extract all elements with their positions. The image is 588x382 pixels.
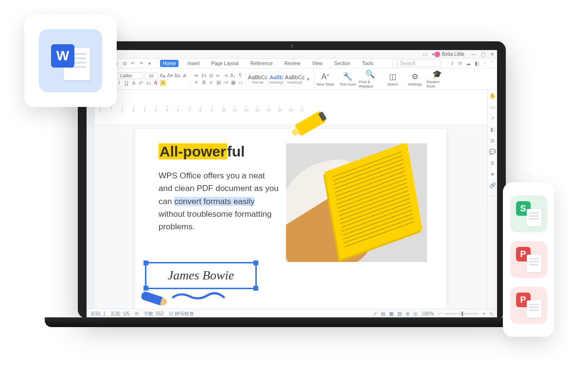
font-color-icon[interactable]: A <box>153 80 159 86</box>
tab-insert[interactable]: Insert <box>184 60 202 67</box>
tab-page-layout[interactable]: Page Layout <box>208 60 241 67</box>
align-center-icon[interactable]: ≣ <box>201 80 207 86</box>
zoom-in-button[interactable]: + <box>482 311 485 316</box>
tab-review[interactable]: Review <box>282 60 303 67</box>
fullscreen-icon[interactable]: ⤡ <box>489 311 493 316</box>
shading-icon[interactable]: ▦ <box>230 80 236 86</box>
page: All-powerful WPS Office offers you a nea… <box>135 129 446 309</box>
presentation-app-tile: P <box>510 287 547 324</box>
select-tool-icon[interactable]: ▭ <box>490 104 495 110</box>
status-page-count[interactable]: 页面: 1/5 <box>110 311 129 317</box>
view-print-icon[interactable]: ▤ <box>381 311 385 316</box>
side-more-icon[interactable]: ⋯ <box>490 193 495 200</box>
sync-icon[interactable]: ⟳ <box>458 61 462 66</box>
doc-paragraph[interactable]: WPS Office offers you a neat and clean P… <box>159 170 280 234</box>
find-replace-button[interactable]: 🔍Find & Replace <box>359 69 381 89</box>
user-chip[interactable]: Bella Little <box>434 52 464 57</box>
skin-icon[interactable]: ◧ <box>475 61 479 66</box>
tab-view[interactable]: View <box>309 60 326 67</box>
shrink-font-icon[interactable]: A▾ <box>167 73 173 79</box>
view-focus-icon[interactable]: ◎ <box>413 311 418 316</box>
align-left-icon[interactable]: ≡ <box>194 80 199 86</box>
subscript-icon[interactable]: x₂ <box>145 80 151 86</box>
comment-icon[interactable]: 💬 <box>489 149 496 155</box>
new-style-button[interactable]: AᐩNew Style <box>314 69 337 89</box>
justify-icon[interactable]: ▤ <box>215 80 221 86</box>
horizontal-ruler[interactable]: 1 1 2 3 4 5 6 7 8 9 10 11 12 13 <box>94 90 487 125</box>
nav-pane-icon[interactable]: ◧ <box>490 126 495 133</box>
student-tools-button[interactable]: 🎓Student Tools <box>426 69 448 89</box>
close-window-button[interactable]: ✕ <box>490 52 494 57</box>
search-input[interactable]: ⌕ Search <box>392 60 441 67</box>
share-icon[interactable]: ⇪ <box>450 61 454 66</box>
view-read-icon[interactable]: ⊕ <box>406 311 410 316</box>
line-spacing-icon[interactable]: ↕≡ <box>223 80 229 86</box>
collapse-ribbon-icon[interactable]: ˆ <box>492 61 493 66</box>
redo-icon[interactable]: ↷ <box>139 61 144 67</box>
style-heading2[interactable]: AaBbCcHeading2 <box>286 72 303 87</box>
arrow-tool-icon[interactable]: ↗ <box>490 115 495 122</box>
undo-icon[interactable]: ↶ <box>130 61 136 67</box>
cloud-icon[interactable]: ☁ <box>466 61 471 66</box>
style-normal[interactable]: AaBbCcNormal <box>249 72 266 87</box>
search-placeholder: Search <box>400 61 416 66</box>
pdf-app-tile: P <box>510 241 547 278</box>
strikethrough-icon[interactable]: S̶ <box>131 80 137 86</box>
minimize-button[interactable]: — <box>471 52 476 57</box>
font-size-select[interactable]: 10 <box>144 72 158 79</box>
property-icon[interactable]: ⊞ <box>490 138 495 144</box>
maximize-button[interactable]: ▢ <box>481 52 485 57</box>
indent-inc-icon[interactable]: ⇥ <box>223 73 229 79</box>
status-refresh-icon[interactable]: ⟳ <box>135 311 139 316</box>
text-tools-button[interactable]: 🔧Text tools <box>337 69 359 89</box>
link-icon[interactable]: 🔗 <box>489 182 496 189</box>
change-case-icon[interactable]: Aa <box>174 73 180 79</box>
select-button[interactable]: ◫Select <box>381 69 404 89</box>
zoom-slider[interactable] <box>445 313 479 314</box>
font-group: Calibri 10 A▴ A▾ Aa A̷ B I U S̶ x² x₂ <box>106 69 191 89</box>
view-web-icon[interactable]: ▥ <box>397 311 402 316</box>
zoom-out-button[interactable]: − <box>438 311 441 316</box>
bookmark-icon[interactable]: ★ <box>490 171 495 177</box>
sort-icon[interactable]: A↓ <box>230 73 236 79</box>
styles-more-icon[interactable]: ▾ <box>305 76 311 82</box>
multilevel-icon[interactable]: ⊟ <box>208 73 214 79</box>
bullets-icon[interactable]: •≡ <box>194 73 199 79</box>
document-canvas[interactable]: All-powerful WPS Office offers you a nea… <box>94 125 487 309</box>
italic-icon[interactable]: I <box>116 80 122 86</box>
show-marks-icon[interactable]: ¶ <box>237 73 243 79</box>
grow-font-icon[interactable]: A▴ <box>160 73 165 79</box>
settings-button[interactable]: ⚙Settings <box>404 69 426 89</box>
qat-more-icon[interactable]: ▾ <box>147 61 152 67</box>
status-page-number[interactable]: 页码: 1 <box>90 311 106 317</box>
align-right-icon[interactable]: ≡ <box>208 80 214 86</box>
borders-icon[interactable]: ▭ <box>237 80 243 86</box>
document-icon <box>527 255 541 272</box>
highlight-icon[interactable]: A <box>160 80 166 86</box>
zoom-value[interactable]: 100% <box>422 311 434 316</box>
writer-app-tile: W <box>39 29 102 92</box>
underline-icon[interactable]: U <box>124 80 129 86</box>
signature-text[interactable]: James Bowie <box>146 263 255 288</box>
superscript-icon[interactable]: x² <box>138 80 144 86</box>
style-heading1[interactable]: AaBbHeading1 <box>268 72 285 87</box>
hand-tool-icon[interactable]: ✋ <box>489 93 496 99</box>
tab-section[interactable]: Section <box>331 60 353 67</box>
tab-tools[interactable]: Tools <box>359 60 376 67</box>
signature-textbox[interactable]: James Bowie <box>145 262 257 289</box>
indent-dec-icon[interactable]: ⇤ <box>215 73 221 79</box>
view-outline-icon[interactable]: ▦ <box>389 311 393 316</box>
inline-image[interactable] <box>286 143 427 262</box>
status-word-count[interactable]: 字数: 552 <box>143 311 164 317</box>
doc-heading[interactable]: All-powerful <box>159 143 245 160</box>
tab-home[interactable]: Home <box>160 60 179 67</box>
numbering-icon[interactable]: 1≡ <box>201 73 207 79</box>
ribbon-toggle-icon[interactable]: ▭ <box>423 52 427 57</box>
view-fit-icon[interactable]: ⤢ <box>373 311 377 316</box>
tab-reference[interactable]: Reference <box>248 60 276 67</box>
status-spellcheck[interactable]: ☑ 拼写检查 <box>169 311 194 317</box>
preview-icon[interactable]: ⧉ <box>122 61 127 67</box>
more-icon[interactable]: ⋮ <box>483 61 488 66</box>
clear-format-icon[interactable]: A̷ <box>181 73 187 79</box>
outline-icon[interactable]: ≣ <box>490 160 495 166</box>
